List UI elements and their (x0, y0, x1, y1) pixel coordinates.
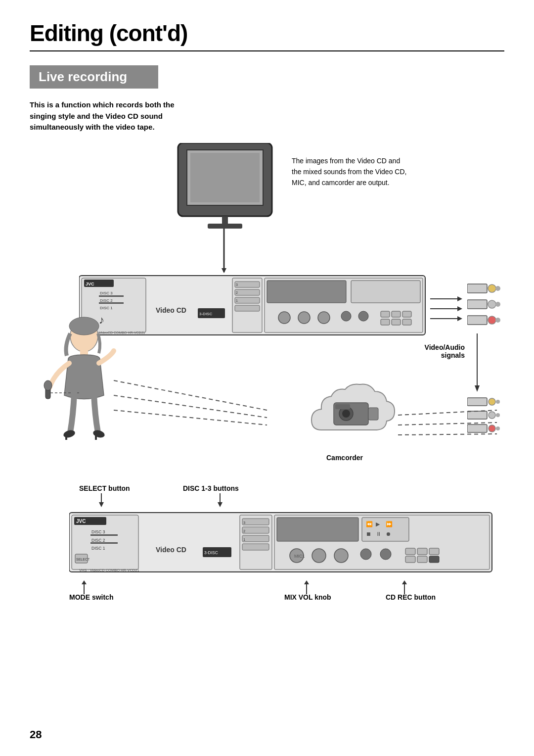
svg-text:⏪: ⏪ (366, 520, 373, 527)
svg-rect-3 (222, 216, 228, 224)
svg-rect-111 (242, 535, 269, 542)
svg-rect-110 (242, 527, 269, 533)
svg-rect-28 (267, 281, 346, 303)
svg-text:2: 2 (243, 529, 245, 533)
arrow-mixvol (302, 580, 312, 594)
svg-point-61 (496, 400, 500, 404)
svg-text:⏸: ⏸ (376, 531, 381, 537)
svg-text:DISC 3: DISC 3 (100, 291, 113, 295)
svg-rect-4 (208, 224, 242, 229)
tv-monitor (173, 143, 277, 232)
vcr-top: JVC DISC 3 DISC 2 DISC 1 Video CD 3-DISC (79, 271, 430, 342)
svg-marker-143 (402, 580, 407, 584)
svg-rect-14 (99, 302, 124, 304)
arrow-disc (215, 493, 225, 507)
bottom-section: SELECT button DISC 1-3 buttons (30, 484, 504, 600)
svg-text:3: 3 (243, 520, 245, 525)
singer-svg: ♪ (40, 311, 126, 452)
svg-text:DISC 2: DISC 2 (91, 538, 105, 543)
svg-marker-139 (82, 580, 87, 584)
vcr-bottom-svg: JVC DISC 3 DISC 2 DISC 1 SELECT Video CD… (69, 509, 494, 575)
svg-marker-141 (304, 580, 309, 584)
svg-rect-23 (235, 305, 260, 311)
av-to-camcorder-arrow (465, 333, 490, 393)
svg-text:1: 1 (243, 537, 245, 542)
svg-point-30 (278, 312, 290, 324)
dashed-lines-singer (114, 371, 277, 430)
arrow-cdrec (400, 580, 409, 594)
page-container: Editing (cont'd) Live recording This is … (0, 0, 534, 756)
svg-marker-58 (475, 385, 480, 392)
svg-text:♪: ♪ (99, 314, 104, 326)
svg-point-33 (341, 311, 351, 321)
svg-rect-36 (392, 311, 400, 317)
svg-line-89 (398, 434, 497, 435)
svg-rect-37 (402, 311, 411, 317)
svg-point-126 (312, 549, 326, 563)
diagram-area: The images from the Video CD and the mix… (30, 143, 504, 470)
svg-rect-39 (392, 319, 400, 325)
label-disc-buttons: DISC 1-3 buttons (183, 484, 239, 492)
svg-marker-93 (218, 502, 222, 507)
svg-point-50 (495, 286, 500, 291)
page-number: 28 (30, 728, 42, 741)
svg-line-87 (398, 410, 497, 415)
svg-rect-48 (467, 284, 487, 293)
svg-rect-29 (351, 281, 420, 303)
main-content: This is a function which records both th… (30, 99, 504, 470)
svg-text:DISC 3: DISC 3 (91, 529, 105, 534)
svg-point-85 (342, 410, 350, 418)
svg-text:JVC: JVC (76, 519, 86, 524)
vcr-top-svg: JVC DISC 3 DISC 2 DISC 1 Video CD 3-DISC (79, 271, 430, 340)
tv-description: The images from the Video CD and the mix… (292, 155, 410, 189)
svg-rect-99 (90, 534, 118, 536)
svg-rect-117 (277, 518, 358, 541)
label-cd-rec: CD REC button (386, 593, 436, 601)
svg-rect-131 (405, 548, 415, 555)
svg-rect-54 (467, 316, 487, 325)
svg-point-70 (69, 317, 99, 335)
svg-text:SELECT: SELECT (76, 558, 90, 561)
svg-text:DISC 1: DISC 1 (91, 546, 105, 551)
svg-point-53 (495, 302, 500, 307)
svg-point-52 (488, 300, 496, 308)
label-mode-switch: MODE switch (69, 593, 113, 601)
av-plugs-svg (467, 279, 504, 333)
svg-point-75 (63, 429, 76, 439)
svg-point-31 (298, 312, 310, 324)
cloud-svg (307, 380, 400, 450)
svg-rect-109 (242, 519, 269, 525)
svg-point-127 (334, 549, 348, 563)
svg-rect-112 (242, 544, 269, 550)
vcr-bottom-diagram: JVC DISC 3 DISC 2 DISC 1 SELECT Video CD… (69, 509, 504, 577)
svg-text:3-DISC: 3-DISC (199, 312, 212, 316)
svg-point-55 (488, 316, 496, 324)
svg-rect-134 (405, 556, 415, 563)
svg-rect-2 (190, 153, 260, 202)
svg-text:DISC 2: DISC 2 (100, 298, 113, 303)
svg-rect-77 (65, 435, 67, 440)
svg-rect-86 (335, 404, 350, 409)
av-connectors-top (467, 279, 504, 335)
svg-point-130 (380, 549, 391, 560)
arrow-mode (79, 580, 89, 594)
intro-text: This is a function which records both th… (30, 99, 198, 133)
svg-marker-47 (457, 316, 462, 321)
svg-text:⏺: ⏺ (386, 531, 391, 537)
svg-rect-40 (402, 319, 411, 325)
svg-text:MIC1: MIC1 (294, 554, 305, 559)
svg-rect-132 (417, 548, 427, 555)
bottom-labels-row: MODE switch MIX VOL knob CD REC button (69, 580, 504, 600)
cable-tv-vcr (219, 229, 229, 273)
svg-point-73 (44, 380, 52, 390)
svg-marker-45 (457, 296, 462, 301)
svg-rect-51 (467, 300, 487, 309)
svg-rect-59 (467, 398, 487, 406)
singer-figure: ♪ (40, 311, 126, 454)
svg-line-79 (114, 380, 267, 410)
svg-text:3: 3 (236, 283, 238, 286)
svg-text:3-DISC: 3-DISC (204, 550, 218, 555)
label-camcorder: Camcorder (326, 454, 363, 462)
svg-marker-91 (99, 502, 104, 507)
label-select-button: SELECT button (79, 484, 130, 492)
